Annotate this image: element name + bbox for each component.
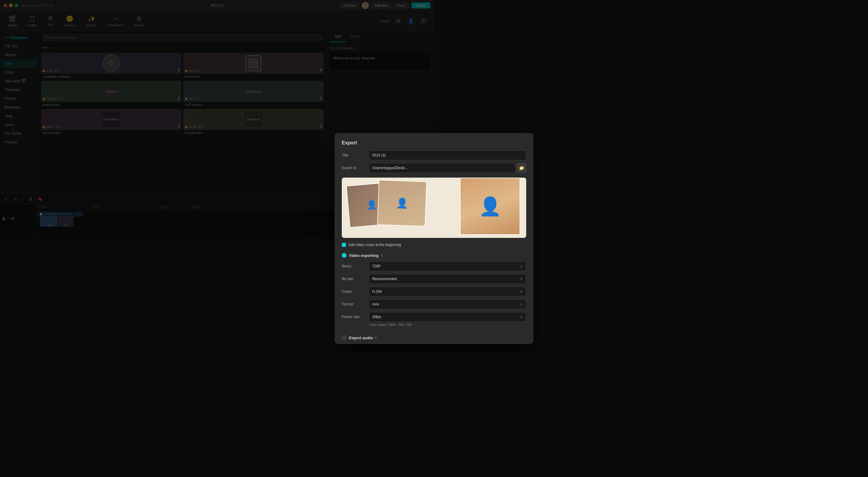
export-preview: 👤 👤 👤 (342, 178, 434, 238)
modal-backdrop: Export Title Export to 📁 👤 👤 👤 (0, 0, 434, 239)
preview-collage: 👤 👤 👤 (342, 178, 434, 238)
title-input[interactable] (369, 150, 434, 160)
title-row: Title (342, 150, 434, 160)
export-to-label: Export to (342, 166, 369, 170)
export-modal-title: Export (342, 140, 434, 146)
export-modal: Export Title Export to 📁 👤 👤 👤 (335, 133, 434, 239)
export-to-input[interactable] (369, 163, 434, 173)
export-to-row: Export to 📁 (342, 163, 434, 173)
preview-img-2: 👤 (377, 180, 427, 227)
export-to-field: 📁 (369, 163, 434, 173)
title-field-label: Title (342, 153, 369, 157)
